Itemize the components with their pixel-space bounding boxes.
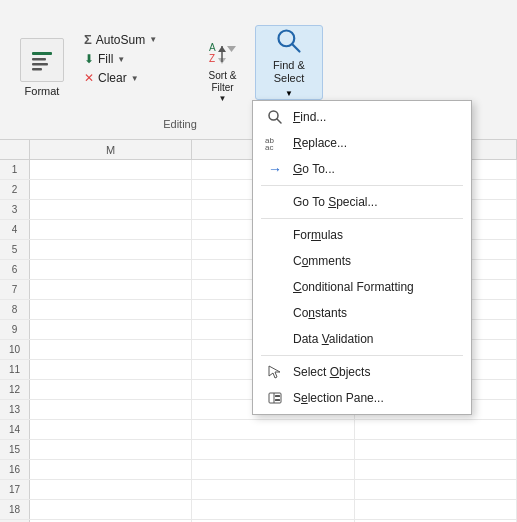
- fill-icon: ⬇: [84, 52, 94, 66]
- find-label: Find...: [293, 110, 326, 124]
- sort-filter-button[interactable]: A Z Sort &Filter ▼: [195, 38, 250, 103]
- goto-special-label: Go To Special...: [293, 195, 378, 209]
- goto-menu-icon: →: [265, 161, 285, 177]
- menu-separator-3: [261, 355, 463, 356]
- fill-dropdown-icon[interactable]: ▼: [117, 55, 125, 64]
- menu-separator-2: [261, 218, 463, 219]
- format-label: Format: [25, 85, 60, 97]
- menu-separator-1: [261, 185, 463, 186]
- svg-text:ac: ac: [265, 143, 273, 151]
- svg-rect-2: [32, 58, 46, 61]
- data-validation-icon: [265, 331, 285, 347]
- find-icon: [275, 27, 303, 55]
- format-button[interactable]: [20, 38, 64, 82]
- comments-label: Comments: [293, 254, 351, 268]
- autosum-button[interactable]: Σ AutoSum ▼: [80, 30, 180, 49]
- clear-button[interactable]: ✕ Clear ▼: [80, 69, 180, 87]
- editing-group: Σ AutoSum ▼ ⬇ Fill ▼ ✕ Clear ▼: [80, 30, 180, 87]
- sort-filter-icon: A Z: [207, 38, 239, 70]
- find-select-label: Find &Select: [273, 59, 305, 85]
- menu-item-conditional-formatting[interactable]: Conditional Formatting: [253, 274, 471, 300]
- autosum-label: AutoSum: [96, 33, 145, 47]
- svg-rect-4: [32, 68, 42, 71]
- svg-rect-1: [32, 52, 52, 55]
- clear-dropdown-icon[interactable]: ▼: [131, 74, 139, 83]
- autosum-dropdown-icon[interactable]: ▼: [149, 35, 157, 44]
- menu-item-data-validation[interactable]: Data Validation: [253, 326, 471, 352]
- menu-item-comments[interactable]: Comments: [253, 248, 471, 274]
- menu-item-select-objects[interactable]: Select Objects: [253, 359, 471, 385]
- replace-menu-icon: ab ac: [265, 135, 285, 151]
- svg-rect-20: [275, 399, 280, 401]
- svg-rect-19: [275, 395, 280, 397]
- col-header-m: M: [30, 140, 192, 159]
- menu-item-constants[interactable]: Constants: [253, 300, 471, 326]
- select-objects-label: Select Objects: [293, 365, 370, 379]
- selection-pane-label: Selection Pane...: [293, 391, 384, 405]
- find-select-dropdown: Find... ab ac Replace... → Go To... Go T…: [252, 100, 472, 415]
- sigma-icon: Σ: [84, 32, 92, 47]
- goto-label: Go To...: [293, 162, 335, 176]
- table-row: 16: [0, 460, 517, 480]
- fill-label: Fill: [98, 52, 113, 66]
- menu-item-formulas[interactable]: Formulas: [253, 222, 471, 248]
- sort-filter-label: Sort &Filter: [209, 70, 237, 94]
- select-objects-icon: [265, 364, 285, 380]
- svg-rect-3: [32, 63, 48, 66]
- clear-label: Clear: [98, 71, 127, 85]
- constants-icon: [265, 305, 285, 321]
- editing-section-label: Editing: [100, 118, 260, 130]
- svg-line-14: [277, 119, 281, 123]
- menu-item-selection-pane[interactable]: Selection Pane...: [253, 385, 471, 411]
- replace-label: Replace...: [293, 136, 347, 150]
- svg-marker-10: [227, 46, 236, 52]
- goto-special-icon: [265, 194, 285, 210]
- table-row: 17: [0, 480, 517, 500]
- find-select-dropdown-icon[interactable]: ▼: [285, 89, 293, 98]
- constants-label: Constants: [293, 306, 347, 320]
- svg-rect-17: [269, 393, 281, 403]
- data-validation-label: Data Validation: [293, 332, 374, 346]
- table-row: 18: [0, 500, 517, 520]
- conditional-formatting-icon: [265, 279, 285, 295]
- fill-button[interactable]: ⬇ Fill ▼: [80, 50, 180, 68]
- menu-item-replace[interactable]: ab ac Replace...: [253, 130, 471, 156]
- selection-pane-icon: [265, 390, 285, 406]
- comments-icon: [265, 253, 285, 269]
- clear-icon: ✕: [84, 71, 94, 85]
- svg-line-12: [292, 44, 299, 51]
- menu-item-goto-special[interactable]: Go To Special...: [253, 189, 471, 215]
- table-row: 15: [0, 440, 517, 460]
- find-menu-icon: [265, 109, 285, 125]
- svg-text:Z: Z: [209, 53, 215, 64]
- table-row: 14: [0, 420, 517, 440]
- svg-marker-9: [218, 58, 226, 64]
- conditional-formatting-label: Conditional Formatting: [293, 280, 414, 294]
- row-number-header: [0, 140, 30, 159]
- formulas-icon: [265, 227, 285, 243]
- menu-item-goto[interactable]: → Go To...: [253, 156, 471, 182]
- svg-text:A: A: [209, 42, 216, 53]
- sort-filter-dropdown-icon[interactable]: ▼: [219, 94, 227, 103]
- svg-marker-8: [218, 46, 226, 52]
- find-select-button[interactable]: Find &Select ▼: [255, 25, 323, 100]
- formulas-label: Formulas: [293, 228, 343, 242]
- menu-item-find[interactable]: Find...: [253, 104, 471, 130]
